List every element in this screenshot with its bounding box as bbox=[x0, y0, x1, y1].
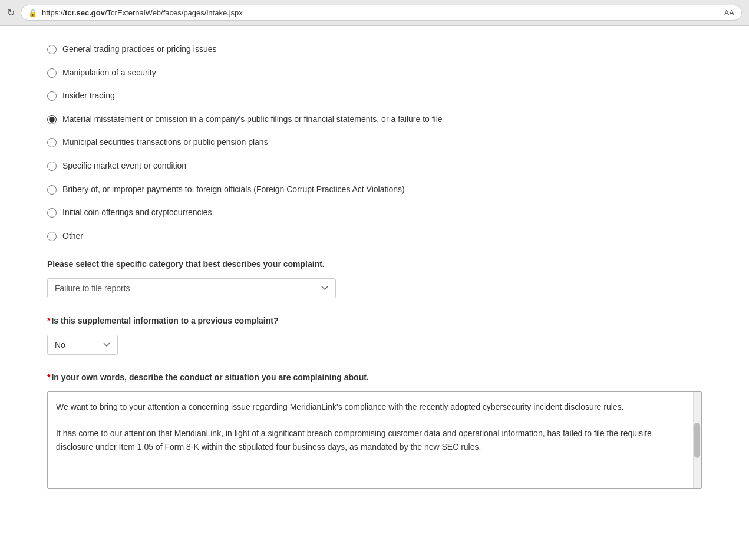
page-content: General trading practices or pricing iss… bbox=[0, 26, 749, 560]
description-label: *In your own words, describe the conduct… bbox=[47, 373, 702, 382]
supplemental-dropdown[interactable]: No Yes bbox=[47, 335, 118, 355]
radio-label-crypto: Initial coin offerings and cryptocurrenc… bbox=[62, 207, 212, 219]
radio-item-market-event[interactable]: Specific market event or condition bbox=[47, 160, 702, 172]
specific-category-label: Please select the specific category that… bbox=[47, 259, 702, 269]
radio-item-municipal[interactable]: Municipal securities transactions or pub… bbox=[47, 137, 702, 149]
reload-button[interactable]: ↻ bbox=[7, 7, 15, 18]
radio-item-other[interactable]: Other bbox=[47, 230, 702, 242]
address-bar: 🔒 https://tcr.sec.gov/TcrExternalWeb/fac… bbox=[21, 5, 742, 21]
radio-label-other: Other bbox=[62, 230, 83, 242]
required-asterisk-supplemental: * bbox=[47, 316, 50, 325]
radio-crypto[interactable] bbox=[47, 208, 57, 218]
scrollbar-thumb[interactable] bbox=[694, 423, 700, 458]
specific-category-section: Please select the specific category that… bbox=[47, 259, 702, 298]
description-section: *In your own words, describe the conduct… bbox=[47, 373, 702, 489]
radio-label-general-trading: General trading practices or pricing iss… bbox=[62, 44, 216, 55]
radio-item-manipulation[interactable]: Manipulation of a security bbox=[47, 67, 702, 79]
radio-bribery[interactable] bbox=[47, 185, 57, 195]
browser-chrome: ↻ 🔒 https://tcr.sec.gov/TcrExternalWeb/f… bbox=[0, 0, 749, 26]
scrollbar-track bbox=[693, 392, 701, 488]
radio-label-insider-trading: Insider trading bbox=[62, 90, 115, 102]
textarea-container: We want to bring to your attention a con… bbox=[47, 391, 702, 489]
required-asterisk-description: * bbox=[47, 373, 50, 382]
radio-material-misstatement[interactable] bbox=[47, 115, 57, 124]
radio-label-bribery: Bribery of, or improper payments to, for… bbox=[62, 184, 405, 196]
radio-item-insider-trading[interactable]: Insider trading bbox=[47, 90, 702, 102]
radio-insider-trading[interactable] bbox=[47, 91, 57, 101]
radio-label-municipal: Municipal securities transactions or pub… bbox=[62, 137, 268, 149]
radio-municipal[interactable] bbox=[47, 138, 57, 147]
lock-icon: 🔒 bbox=[28, 9, 37, 17]
radio-other[interactable] bbox=[47, 232, 57, 241]
radio-item-general-trading[interactable]: General trading practices or pricing iss… bbox=[47, 44, 702, 55]
radio-general-trading[interactable] bbox=[47, 45, 57, 54]
url-display: https://tcr.sec.gov/TcrExternalWeb/faces… bbox=[42, 8, 243, 17]
radio-item-bribery[interactable]: Bribery of, or improper payments to, for… bbox=[47, 184, 702, 196]
specific-category-dropdown[interactable]: Failure to file reports Material misstat… bbox=[47, 278, 336, 298]
supplemental-label: *Is this supplemental information to a p… bbox=[47, 316, 702, 325]
radio-label-material-misstatement: Material misstatement or omission in a c… bbox=[62, 114, 443, 126]
radio-item-crypto[interactable]: Initial coin offerings and cryptocurrenc… bbox=[47, 207, 702, 219]
radio-label-market-event: Specific market event or condition bbox=[62, 160, 186, 172]
aa-icon[interactable]: AA bbox=[724, 8, 734, 17]
supplemental-section: *Is this supplemental information to a p… bbox=[47, 316, 702, 355]
violation-type-radio-group: General trading practices or pricing iss… bbox=[47, 44, 702, 242]
radio-market-event[interactable] bbox=[47, 162, 57, 171]
complaint-textarea[interactable]: We want to bring to your attention a con… bbox=[48, 392, 701, 486]
radio-label-manipulation: Manipulation of a security bbox=[62, 67, 156, 79]
radio-manipulation[interactable] bbox=[47, 68, 57, 78]
radio-item-material-misstatement[interactable]: Material misstatement or omission in a c… bbox=[47, 114, 702, 126]
